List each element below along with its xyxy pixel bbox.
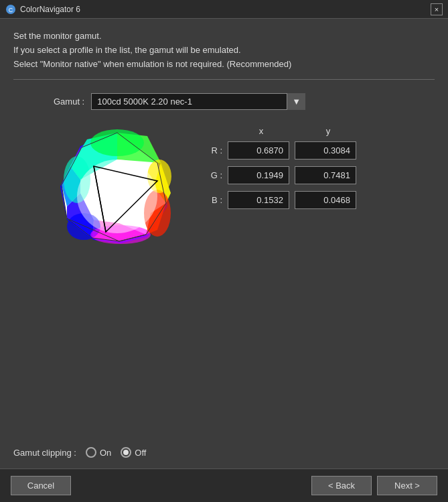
r-label: R : xyxy=(201,145,222,155)
r-y-input[interactable] xyxy=(295,141,356,160)
radio-on-circle xyxy=(86,447,96,458)
x-header: x xyxy=(228,126,295,136)
main-area: x y R : G : B : xyxy=(13,126,435,253)
gamut-select-wrapper: 100cd 5000K 2.20 nec-1 Monitor native sR… xyxy=(91,93,305,110)
r-x-input[interactable] xyxy=(228,141,289,160)
g-x-input[interactable] xyxy=(228,166,289,184)
intro-line2: If you select a profile in the list, the… xyxy=(13,44,435,58)
title-bar-left: C ColorNavigator 6 xyxy=(5,4,80,15)
chromaticity-diagram xyxy=(54,126,181,253)
next-button[interactable]: Next > xyxy=(377,476,437,495)
bottom-section: Gamut clipping : On Off Cancel < Back Ne… xyxy=(0,447,448,502)
app-icon: C xyxy=(5,4,16,15)
b-x-input[interactable] xyxy=(228,191,289,209)
content-area: Set the monitor gamut. If you select a p… xyxy=(0,19,448,260)
radio-on[interactable]: On xyxy=(86,447,111,458)
radio-off-circle xyxy=(121,447,131,458)
g-label: G : xyxy=(201,170,222,180)
svg-text:C: C xyxy=(9,7,13,13)
title-bar: C ColorNavigator 6 × xyxy=(0,0,448,19)
button-bar: Cancel < Back Next > xyxy=(0,468,448,502)
gamut-select[interactable]: 100cd 5000K 2.20 nec-1 Monitor native sR… xyxy=(91,93,305,110)
y-header: y xyxy=(295,126,362,136)
coord-header: x y xyxy=(201,126,362,136)
radio-off[interactable]: Off xyxy=(121,447,146,458)
nav-buttons: < Back Next > xyxy=(311,476,437,495)
gamut-row: Gamut : 100cd 5000K 2.20 nec-1 Monitor n… xyxy=(13,93,435,110)
b-label: B : xyxy=(201,195,222,205)
clipping-label: Gamut clipping : xyxy=(13,448,76,458)
title-text: ColorNavigator 6 xyxy=(20,5,80,14)
cancel-button[interactable]: Cancel xyxy=(11,476,71,495)
g-y-input[interactable] xyxy=(295,166,356,184)
radio-on-label: On xyxy=(100,448,111,458)
coord-row-r: R : xyxy=(201,141,362,160)
coord-row-b: B : xyxy=(201,191,362,209)
clipping-row: Gamut clipping : On Off xyxy=(0,447,448,468)
divider xyxy=(13,79,435,80)
b-y-input[interactable] xyxy=(295,191,356,209)
intro-line1: Set the monitor gamut. xyxy=(13,29,435,44)
coord-row-g: G : xyxy=(201,166,362,184)
svg-point-14 xyxy=(90,129,144,156)
svg-point-20 xyxy=(77,160,157,233)
radio-group: On Off xyxy=(86,447,146,458)
back-button[interactable]: < Back xyxy=(311,476,372,495)
gamut-label: Gamut : xyxy=(54,97,84,107)
intro-line3: Select "Monitor native" when emulation i… xyxy=(13,58,435,72)
radio-off-label: Off xyxy=(135,448,146,458)
intro-text: Set the monitor gamut. If you select a p… xyxy=(13,29,435,71)
coordinates-area: x y R : G : B : xyxy=(201,126,362,216)
close-button[interactable]: × xyxy=(431,3,443,15)
